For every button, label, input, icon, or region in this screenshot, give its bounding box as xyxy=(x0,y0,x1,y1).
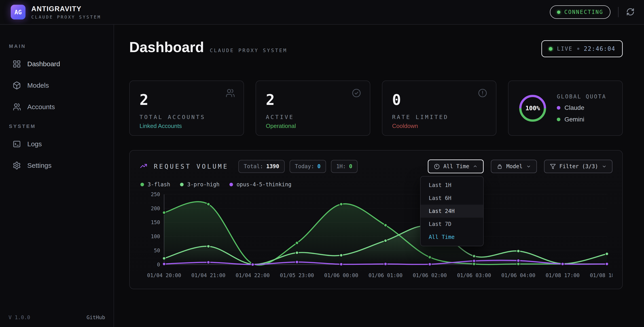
legend-dot-icon xyxy=(180,183,184,186)
box-icon xyxy=(497,164,503,170)
chevron-up-icon xyxy=(473,164,478,169)
github-link[interactable]: GitHub xyxy=(86,314,105,320)
sidebar-item-label: Accounts xyxy=(27,103,55,111)
stat-sub-label: Operational xyxy=(266,122,360,130)
stat-chip-1h: 1H:0 xyxy=(331,160,358,173)
stat-card-total-accounts: 2TOTAL ACCOUNTSLinked Accounts xyxy=(129,80,244,136)
live-clock: 22:46:04 xyxy=(584,46,616,52)
filter-button[interactable]: Filter (3/3) xyxy=(544,160,612,173)
clock-icon xyxy=(434,164,440,170)
app-root: AG ANTIGRAVITY CLAUDE PROXY SYSTEM CONNE… xyxy=(0,0,644,327)
svg-text:150: 150 xyxy=(151,220,160,225)
app-version: V 1.0.0 xyxy=(8,314,30,320)
quota-legend-label: Claude xyxy=(564,104,584,112)
quota-legend-item: Claude xyxy=(557,104,606,112)
live-label: LIVE xyxy=(557,46,573,52)
svg-text:01/04 21:00: 01/04 21:00 xyxy=(192,272,226,278)
time-range-dropdown: Last 1HLast 6HLast 24HLast 7DAll Time xyxy=(420,176,484,246)
svg-text:200: 200 xyxy=(151,206,160,211)
app-name: ANTIGRAVITY xyxy=(31,5,101,13)
page-subtitle: CLAUDE PROXY SYSTEM xyxy=(210,48,287,53)
dropdown-item-all-time[interactable]: All Time xyxy=(420,230,483,244)
svg-text:01/05 23:00: 01/05 23:00 xyxy=(280,272,314,278)
sidebar-item-dashboard[interactable]: Dashboard xyxy=(8,53,106,75)
quota-legend-label: Gemini xyxy=(564,116,584,123)
panel-title: REQUEST VOLUME xyxy=(154,163,228,170)
svg-text:01/08 17:00: 01/08 17:00 xyxy=(546,272,580,278)
panel-toolbar: REQUEST VOLUME Total:1390Today:01H:0 All… xyxy=(140,160,612,173)
sidebar-footer: V 1.0.0 GitHub xyxy=(0,308,114,327)
refresh-button[interactable] xyxy=(626,8,634,17)
chevron-down-icon xyxy=(602,164,607,169)
stat-label: ACTIVE xyxy=(266,114,360,120)
svg-text:01/08 18:00: 01/08 18:00 xyxy=(590,272,612,278)
quota-legend-item: Gemini xyxy=(557,116,606,123)
svg-text:01/04 20:00: 01/04 20:00 xyxy=(147,272,181,278)
connection-status-badge: CONNECTING xyxy=(550,5,611,19)
sidebar-item-settings[interactable]: Settings xyxy=(8,155,106,176)
legend-dot-icon xyxy=(557,118,560,121)
quota-percent: 100% xyxy=(518,94,547,122)
stat-label: TOTAL ACCOUNTS xyxy=(140,114,234,120)
stat-card-rate-limited: 0RATE LIMITEDCooldown xyxy=(382,80,497,136)
grid-icon xyxy=(12,60,21,68)
time-range-button[interactable]: All Time xyxy=(428,160,484,173)
funnel-icon xyxy=(550,164,556,170)
live-dot-icon xyxy=(549,47,552,51)
sidebar: MAINDashboardModelsAccountsSYSTEMLogsSet… xyxy=(0,24,114,327)
alert-circle-icon xyxy=(478,88,488,98)
dropdown-item-last-1h[interactable]: Last 1H xyxy=(420,179,483,192)
legend-dot-icon xyxy=(230,183,233,186)
status-dot-icon xyxy=(557,10,560,14)
svg-text:250: 250 xyxy=(151,192,160,197)
stat-chip-total: Total:1390 xyxy=(238,160,285,173)
check-circle-icon xyxy=(352,88,361,98)
users-icon xyxy=(225,88,235,98)
main-content: Dashboard CLAUDE PROXY SYSTEM LIVE 22:46… xyxy=(114,24,644,327)
dropdown-item-last-7d[interactable]: Last 7D xyxy=(420,218,483,230)
model-button[interactable]: Model xyxy=(491,160,537,173)
quota-label: GLOBAL QUOTA xyxy=(557,94,606,100)
legend-item-3-pro-high: 3-pro-high xyxy=(180,182,220,188)
refresh-icon xyxy=(626,8,634,17)
sidebar-item-label: Dashboard xyxy=(27,60,60,68)
sidebar-section-title: SYSTEM xyxy=(9,124,106,129)
svg-text:01/04 22:00: 01/04 22:00 xyxy=(236,272,270,278)
app-logo: AG xyxy=(11,5,26,20)
stat-sub-label: Linked Accounts xyxy=(140,122,234,130)
svg-text:01/06 00:00: 01/06 00:00 xyxy=(324,272,358,278)
sidebar-item-label: Settings xyxy=(27,162,52,169)
quota-donut: 100% xyxy=(518,94,547,122)
svg-text:01/06 02:00: 01/06 02:00 xyxy=(413,272,447,278)
app-subtitle: CLAUDE PROXY SYSTEM xyxy=(31,14,101,20)
sidebar-item-models[interactable]: Models xyxy=(8,75,106,96)
sidebar-item-label: Logs xyxy=(27,140,42,148)
sidebar-section-title: MAIN xyxy=(9,44,106,49)
global-quota-card: 100% GLOBAL QUOTA ClaudeGemini xyxy=(508,80,623,136)
svg-text:01/06 03:00: 01/06 03:00 xyxy=(457,272,491,278)
stat-card-active: 2ACTIVEOperational xyxy=(256,80,370,136)
users-icon xyxy=(12,103,21,111)
stat-value: 2 xyxy=(140,91,234,108)
svg-text:50: 50 xyxy=(154,248,160,254)
svg-text:0: 0 xyxy=(157,262,160,268)
stat-chip-today: Today:0 xyxy=(290,160,326,173)
request-volume-chart: 05010015020025001/04 20:0001/04 21:0001/… xyxy=(140,191,612,282)
trending-up-icon xyxy=(140,162,148,171)
live-status-badge: LIVE 22:46:04 xyxy=(541,40,623,57)
chart-legend: 3-flash3-pro-highopus-4-5-thinking xyxy=(140,182,612,188)
dropdown-item-last-6h[interactable]: Last 6H xyxy=(420,192,483,205)
sidebar-item-label: Models xyxy=(27,82,49,89)
chevron-down-icon xyxy=(526,164,531,169)
legend-dot-icon xyxy=(557,106,560,110)
stat-value: 0 xyxy=(392,91,486,108)
dropdown-item-last-24h[interactable]: Last 24H xyxy=(420,205,483,218)
connection-status-label: CONNECTING xyxy=(564,9,604,15)
request-volume-panel: REQUEST VOLUME Total:1390Today:01H:0 All… xyxy=(129,150,623,289)
stat-sub-label: Cooldown xyxy=(392,122,486,130)
stat-cards-row: 2TOTAL ACCOUNTSLinked Accounts2ACTIVEOpe… xyxy=(129,80,623,136)
sidebar-item-logs[interactable]: Logs xyxy=(8,133,106,155)
sidebar-item-accounts[interactable]: Accounts xyxy=(8,96,106,118)
live-separator-dot xyxy=(577,48,580,50)
cube-icon xyxy=(12,81,21,90)
